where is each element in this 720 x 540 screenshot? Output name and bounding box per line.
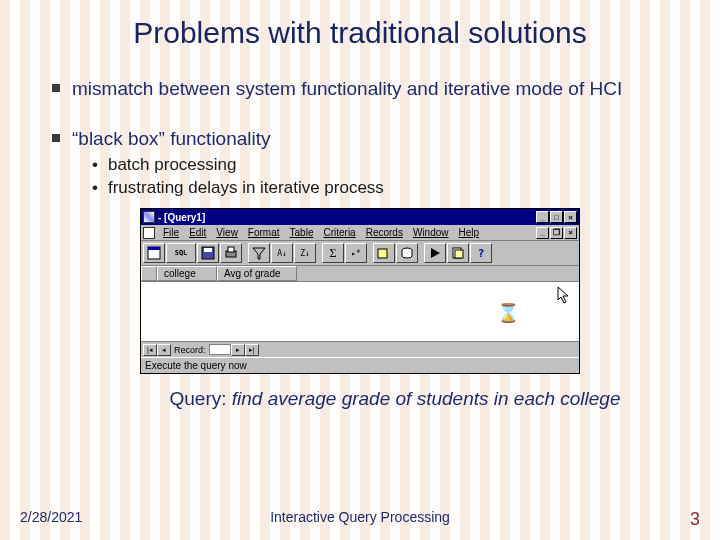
slide-footer: 2/28/2021 Interactive Query Processing 3 — [0, 509, 720, 530]
row-selector-corner[interactable] — [141, 266, 157, 281]
svg-marker-10 — [431, 248, 440, 258]
bullet-2-text: “black box” functionality — [72, 126, 271, 152]
sql-button[interactable]: SQL — [166, 243, 196, 263]
document-icon — [143, 227, 155, 239]
bullet-list: mismatch between system functionality an… — [0, 50, 720, 198]
footer-title: Interactive Query Processing — [270, 509, 450, 525]
sub-bullet-1: batch processing — [108, 155, 237, 175]
maximize-button[interactable]: □ — [550, 211, 563, 223]
cue-cards-button[interactable] — [447, 243, 469, 263]
bullet-2: “black box” functionality — [52, 126, 684, 152]
svg-rect-12 — [455, 250, 463, 258]
close-button[interactable]: × — [564, 211, 577, 223]
slide-title: Problems with traditional solutions — [0, 0, 720, 50]
menu-window[interactable]: Window — [408, 227, 454, 238]
menu-table[interactable]: Table — [285, 227, 319, 238]
menu-view[interactable]: View — [211, 227, 243, 238]
result-grid[interactable]: ⌛ — [141, 282, 579, 342]
svg-text:✨: ✨ — [387, 246, 391, 254]
sort-asc-button[interactable]: A↓ — [271, 243, 293, 263]
nav-first-button[interactable]: |◂ — [143, 344, 157, 356]
hourglass-icon: ⌛ — [497, 302, 519, 324]
database-button[interactable] — [396, 243, 418, 263]
menu-help[interactable]: Help — [454, 227, 485, 238]
sum-button[interactable]: Σ — [322, 243, 344, 263]
record-number-input[interactable] — [209, 344, 231, 355]
nav-next-button[interactable]: ▸ — [231, 344, 245, 356]
footer-date: 2/28/2021 — [20, 509, 82, 530]
menu-format[interactable]: Format — [243, 227, 285, 238]
minimize-button[interactable]: _ — [536, 211, 549, 223]
record-label: Record: — [171, 345, 209, 355]
bullet-square-icon — [52, 134, 60, 142]
mouse-cursor-icon — [557, 286, 571, 304]
mdi-minimize-button[interactable]: _ — [536, 227, 549, 239]
app-icon — [143, 211, 155, 223]
filter-button[interactable] — [248, 243, 270, 263]
bullet-dot-icon: • — [92, 155, 98, 175]
svg-marker-13 — [558, 287, 568, 303]
bullet-1-text: mismatch between system functionality an… — [72, 76, 622, 102]
menu-edit[interactable]: Edit — [184, 227, 211, 238]
sub-bullets: •batch processing •frustrating delays in… — [52, 155, 684, 198]
column-headers: college Avg of grade — [141, 266, 579, 282]
svg-rect-3 — [204, 248, 212, 252]
svg-rect-1 — [148, 247, 160, 250]
run-button[interactable] — [424, 243, 446, 263]
footer-page-number: 3 — [690, 509, 700, 530]
bullet-dot-icon: • — [92, 178, 98, 198]
query-label: Query: — [169, 388, 231, 409]
bullet-square-icon — [52, 84, 60, 92]
new-query-button[interactable]: ✨ — [373, 243, 395, 263]
bullet-1: mismatch between system functionality an… — [52, 76, 684, 102]
column-college[interactable]: college — [157, 266, 217, 281]
new-record-button[interactable]: ▸* — [345, 243, 367, 263]
svg-marker-6 — [253, 248, 265, 259]
menu-bar: File Edit View Format Table Criteria Rec… — [141, 225, 579, 241]
svg-rect-5 — [228, 247, 234, 252]
mdi-close-button[interactable]: × — [564, 227, 577, 239]
menu-file[interactable]: File — [158, 227, 184, 238]
print-button[interactable] — [220, 243, 242, 263]
query-caption: Query: find average grade of students in… — [0, 388, 720, 410]
toolbar: SQL A↓ Z↓ Σ ▸* ✨ ? — [141, 241, 579, 266]
mdi-restore-button[interactable]: ❐ — [550, 227, 563, 239]
window-titlebar: - [Query1] _ □ × — [141, 209, 579, 225]
view-button[interactable] — [143, 243, 165, 263]
nav-last-button[interactable]: ▸| — [245, 344, 259, 356]
window-title: - [Query1] — [158, 212, 536, 223]
record-navigator: |◂ ◂ Record: ▸ ▸| — [141, 342, 579, 357]
query-text: find average grade of students in each c… — [232, 388, 621, 409]
database-query-window: - [Query1] _ □ × File Edit View Format T… — [140, 208, 580, 374]
menu-records[interactable]: Records — [361, 227, 408, 238]
svg-rect-7 — [378, 249, 387, 258]
column-avg-grade[interactable]: Avg of grade — [217, 266, 297, 281]
sub-bullet-2: frustrating delays in iterative process — [108, 178, 384, 198]
nav-prev-button[interactable]: ◂ — [157, 344, 171, 356]
save-button[interactable] — [197, 243, 219, 263]
help-button[interactable]: ? — [470, 243, 492, 263]
menu-criteria[interactable]: Criteria — [318, 227, 360, 238]
sort-desc-button[interactable]: Z↓ — [294, 243, 316, 263]
status-bar: Execute the query now — [141, 357, 579, 373]
